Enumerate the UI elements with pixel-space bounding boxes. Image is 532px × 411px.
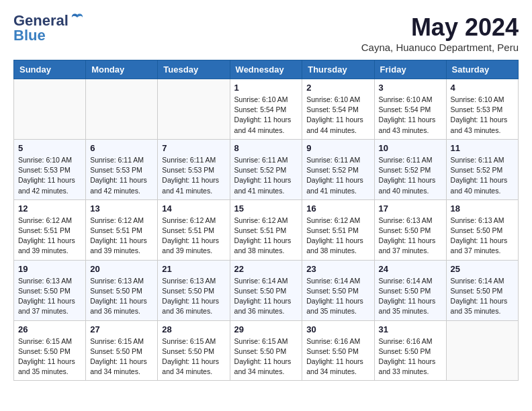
calendar-cell	[86, 79, 158, 140]
day-info: Sunrise: 6:10 AMSunset: 5:53 PMDaylight:…	[18, 155, 81, 196]
day-number: 16	[306, 203, 369, 214]
calendar-week-4: 19Sunrise: 6:13 AMSunset: 5:50 PMDayligh…	[14, 260, 519, 320]
day-info: Sunrise: 6:12 AMSunset: 5:51 PMDaylight:…	[234, 216, 298, 257]
header: General Blue May 2024 Cayna, Huanuco Dep…	[13, 13, 519, 53]
day-info: Sunrise: 6:13 AMSunset: 5:50 PMDaylight:…	[379, 216, 442, 257]
calendar-cell: 19Sunrise: 6:13 AMSunset: 5:50 PMDayligh…	[14, 260, 86, 320]
day-number: 14	[162, 203, 225, 214]
day-number: 21	[162, 264, 225, 274]
day-info: Sunrise: 6:12 AMSunset: 5:51 PMDaylight:…	[18, 216, 81, 257]
weekday-header-tuesday: Tuesday	[158, 60, 230, 79]
calendar-cell: 2Sunrise: 6:10 AMSunset: 5:54 PMDaylight…	[302, 79, 374, 140]
calendar-cell: 4Sunrise: 6:10 AMSunset: 5:53 PMDaylight…	[446, 79, 518, 140]
calendar-cell: 9Sunrise: 6:11 AMSunset: 5:52 PMDaylight…	[302, 139, 374, 199]
day-info: Sunrise: 6:15 AMSunset: 5:50 PMDaylight:…	[162, 336, 225, 377]
calendar-week-2: 5Sunrise: 6:10 AMSunset: 5:53 PMDaylight…	[14, 139, 519, 199]
calendar-cell: 23Sunrise: 6:14 AMSunset: 5:50 PMDayligh…	[302, 260, 374, 320]
day-info: Sunrise: 6:15 AMSunset: 5:50 PMDaylight:…	[234, 336, 298, 377]
day-number: 18	[451, 203, 514, 214]
day-number: 20	[90, 264, 153, 274]
calendar-cell: 10Sunrise: 6:11 AMSunset: 5:52 PMDayligh…	[374, 139, 446, 199]
calendar-cell: 28Sunrise: 6:15 AMSunset: 5:50 PMDayligh…	[158, 320, 230, 381]
day-info: Sunrise: 6:10 AMSunset: 5:53 PMDaylight:…	[451, 95, 514, 136]
day-info: Sunrise: 6:15 AMSunset: 5:50 PMDaylight:…	[18, 336, 81, 377]
day-info: Sunrise: 6:14 AMSunset: 5:50 PMDaylight:…	[306, 276, 369, 317]
day-info: Sunrise: 6:14 AMSunset: 5:50 PMDaylight:…	[234, 276, 298, 317]
day-info: Sunrise: 6:13 AMSunset: 5:50 PMDaylight:…	[162, 276, 225, 317]
calendar-cell: 30Sunrise: 6:16 AMSunset: 5:50 PMDayligh…	[302, 320, 374, 381]
calendar-cell: 11Sunrise: 6:11 AMSunset: 5:52 PMDayligh…	[446, 139, 518, 199]
day-info: Sunrise: 6:10 AMSunset: 5:54 PMDaylight:…	[306, 95, 369, 136]
day-info: Sunrise: 6:13 AMSunset: 5:50 PMDaylight:…	[451, 216, 514, 257]
calendar-cell: 3Sunrise: 6:10 AMSunset: 5:54 PMDaylight…	[374, 79, 446, 140]
day-info: Sunrise: 6:15 AMSunset: 5:50 PMDaylight:…	[90, 336, 153, 377]
calendar-cell: 15Sunrise: 6:12 AMSunset: 5:51 PMDayligh…	[230, 199, 302, 260]
day-number: 23	[306, 264, 369, 274]
day-number: 25	[451, 264, 514, 274]
month-title: May 2024	[361, 13, 519, 42]
day-number: 26	[18, 324, 81, 334]
calendar-table: SundayMondayTuesdayWednesdayThursdayFrid…	[13, 60, 519, 381]
calendar-week-3: 12Sunrise: 6:12 AMSunset: 5:51 PMDayligh…	[14, 199, 519, 260]
logo-blue-text: Blue	[13, 28, 46, 43]
day-number: 11	[451, 143, 514, 153]
calendar-cell	[446, 320, 518, 381]
calendar-cell: 16Sunrise: 6:12 AMSunset: 5:51 PMDayligh…	[302, 199, 374, 260]
day-number: 24	[379, 264, 442, 274]
day-info: Sunrise: 6:11 AMSunset: 5:52 PMDaylight:…	[234, 155, 298, 196]
day-number: 12	[18, 203, 81, 214]
title-area: May 2024 Cayna, Huanuco Department, Peru	[361, 13, 519, 53]
calendar-cell: 18Sunrise: 6:13 AMSunset: 5:50 PMDayligh…	[446, 199, 518, 260]
calendar-cell: 8Sunrise: 6:11 AMSunset: 5:52 PMDaylight…	[230, 139, 302, 199]
weekday-header-thursday: Thursday	[302, 60, 374, 79]
calendar-cell: 31Sunrise: 6:16 AMSunset: 5:50 PMDayligh…	[374, 320, 446, 381]
day-number: 30	[306, 324, 369, 334]
day-number: 4	[451, 83, 514, 93]
calendar-cell: 24Sunrise: 6:14 AMSunset: 5:50 PMDayligh…	[374, 260, 446, 320]
day-info: Sunrise: 6:12 AMSunset: 5:51 PMDaylight:…	[162, 216, 225, 257]
calendar-cell: 7Sunrise: 6:11 AMSunset: 5:53 PMDaylight…	[158, 139, 230, 199]
day-number: 31	[379, 324, 442, 334]
day-number: 6	[90, 143, 153, 153]
calendar-cell: 14Sunrise: 6:12 AMSunset: 5:51 PMDayligh…	[158, 199, 230, 260]
day-number: 5	[18, 143, 81, 153]
calendar-cell: 5Sunrise: 6:10 AMSunset: 5:53 PMDaylight…	[14, 139, 86, 199]
calendar-cell: 12Sunrise: 6:12 AMSunset: 5:51 PMDayligh…	[14, 199, 86, 260]
day-number: 19	[18, 264, 81, 274]
day-number: 9	[306, 143, 369, 153]
day-info: Sunrise: 6:13 AMSunset: 5:50 PMDaylight:…	[90, 276, 153, 317]
calendar-week-5: 26Sunrise: 6:15 AMSunset: 5:50 PMDayligh…	[14, 320, 519, 381]
day-info: Sunrise: 6:16 AMSunset: 5:50 PMDaylight:…	[379, 336, 442, 377]
calendar-cell	[158, 79, 230, 140]
day-number: 28	[162, 324, 225, 334]
location-subtitle: Cayna, Huanuco Department, Peru	[361, 42, 519, 53]
day-number: 10	[379, 143, 442, 153]
calendar-cell: 1Sunrise: 6:10 AMSunset: 5:54 PMDaylight…	[230, 79, 302, 140]
day-info: Sunrise: 6:11 AMSunset: 5:53 PMDaylight:…	[90, 155, 153, 196]
day-info: Sunrise: 6:10 AMSunset: 5:54 PMDaylight:…	[234, 95, 298, 136]
day-info: Sunrise: 6:11 AMSunset: 5:52 PMDaylight:…	[379, 155, 442, 196]
logo-bird-icon	[70, 12, 85, 27]
day-info: Sunrise: 6:11 AMSunset: 5:52 PMDaylight:…	[306, 155, 369, 196]
calendar-cell: 25Sunrise: 6:14 AMSunset: 5:50 PMDayligh…	[446, 260, 518, 320]
calendar-cell: 20Sunrise: 6:13 AMSunset: 5:50 PMDayligh…	[86, 260, 158, 320]
weekday-header-friday: Friday	[374, 60, 446, 79]
day-info: Sunrise: 6:13 AMSunset: 5:50 PMDaylight:…	[18, 276, 81, 317]
day-number: 15	[234, 203, 298, 214]
calendar-cell: 17Sunrise: 6:13 AMSunset: 5:50 PMDayligh…	[374, 199, 446, 260]
day-number: 29	[234, 324, 298, 334]
day-number: 22	[234, 264, 298, 274]
day-number: 1	[234, 83, 298, 93]
weekday-header-wednesday: Wednesday	[230, 60, 302, 79]
day-info: Sunrise: 6:11 AMSunset: 5:53 PMDaylight:…	[162, 155, 225, 196]
day-number: 17	[379, 203, 442, 214]
calendar-cell	[14, 79, 86, 140]
day-number: 7	[162, 143, 225, 153]
day-number: 8	[234, 143, 298, 153]
day-info: Sunrise: 6:11 AMSunset: 5:52 PMDaylight:…	[451, 155, 514, 196]
day-info: Sunrise: 6:14 AMSunset: 5:50 PMDaylight:…	[379, 276, 442, 317]
weekday-header-sunday: Sunday	[14, 60, 86, 79]
day-info: Sunrise: 6:12 AMSunset: 5:51 PMDaylight:…	[306, 216, 369, 257]
day-number: 27	[90, 324, 153, 334]
logo: General Blue	[13, 13, 85, 43]
